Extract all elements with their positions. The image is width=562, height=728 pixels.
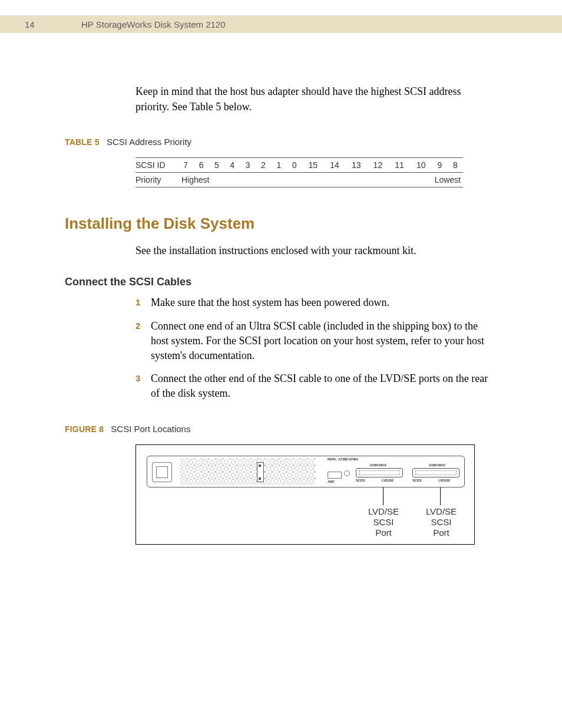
scsi-id: 0: [287, 158, 302, 173]
scsi-id: 12: [367, 158, 389, 173]
page-content: Keep in mind that the host bus adapter s…: [0, 84, 562, 545]
subsection-heading: Connect the SCSI Cables: [65, 276, 497, 288]
step-number: 2: [135, 319, 140, 332]
rear-panel-icon: REPL. A7382-67001 ABC U160 MAX U160 MAX …: [147, 456, 465, 487]
section-intro: See the installation instructions enclos…: [135, 243, 494, 258]
table-row: SCSI ID 7 6 5 4 3 2 1 0 15 14 13 12 11 1…: [135, 158, 463, 173]
list-item: 1 Make sure that the host system has bee…: [135, 295, 494, 310]
table5-caption-text: SCSI Address Priority: [107, 137, 191, 147]
scsi-id: 6: [193, 158, 209, 173]
scsi-id: 4: [224, 158, 240, 173]
callout-line-icon: [440, 487, 441, 505]
steps-list: 1 Make sure that the host system has bee…: [135, 295, 494, 401]
scsi-id-label: SCSI ID: [135, 158, 178, 173]
step-number: 1: [135, 296, 140, 308]
list-item: 3 Connect the other end of the SCSI cabl…: [135, 371, 494, 401]
u160-label: U160 MAX: [429, 463, 445, 467]
figure8-label: FIGURE 8: [65, 424, 104, 434]
table5-label: TABLE 5: [65, 137, 100, 147]
u160-label: U160 MAX: [370, 463, 386, 467]
abc-label: ABC: [328, 480, 335, 483]
abc-box-icon: [328, 472, 342, 479]
power-socket-icon: [152, 462, 172, 482]
repl-label: REPL. A7382-67001: [328, 457, 358, 461]
step-text: Connect one end of an Ultra SCSI cable (…: [151, 320, 484, 361]
page-number: 14: [25, 19, 81, 29]
priority-label: Priority: [135, 173, 178, 187]
lvdse-label: LVD/SE: [382, 479, 394, 482]
doc-title: HP StorageWorks Disk System 2120: [81, 19, 226, 29]
scsi-id: 11: [389, 158, 411, 173]
scsi-id: 5: [209, 158, 224, 173]
led-icon: [344, 470, 350, 476]
step-number: 3: [135, 372, 140, 384]
vent-grid-icon: [180, 459, 316, 485]
figure8: REPL. A7382-67001 ABC U160 MAX U160 MAX …: [135, 444, 475, 545]
page: 14 HP StorageWorks Disk System 2120 Keep…: [0, 15, 562, 728]
scsi-id: 13: [345, 158, 367, 173]
scsi-id: 1: [271, 158, 286, 173]
step-text: Connect the other end of the SCSI cable …: [151, 373, 488, 399]
scsi-port-icon: [412, 468, 459, 477]
intro-paragraph: Keep in mind that the host bus adapter s…: [135, 84, 494, 114]
scsi-id: 2: [256, 158, 271, 173]
sces-label: SCES: [356, 479, 365, 482]
scsi-id: 14: [324, 158, 346, 173]
scsi-id: 8: [448, 158, 463, 173]
callout-label: LVD/SE SCSI Port: [360, 506, 407, 538]
scsi-id: 7: [178, 158, 193, 173]
table5-caption: TABLE 5 SCSI Address Priority: [65, 137, 497, 147]
scsi-id: 9: [432, 158, 447, 173]
step-text: Make sure that the host system has been …: [151, 297, 389, 308]
callout-label: LVD/SE SCSI Port: [418, 506, 465, 538]
scsi-id: 10: [410, 158, 432, 173]
scsi-id: 15: [302, 158, 324, 173]
scsi-id: 3: [240, 158, 255, 173]
controller-area: REPL. A7382-67001 ABC U160 MAX U160 MAX …: [324, 457, 462, 486]
figure8-caption-text: SCSI Port Locations: [111, 424, 190, 434]
lvdse-label: LVD/SE: [438, 479, 450, 482]
priority-highest: Highest: [178, 173, 302, 187]
callout-line-icon: [383, 487, 384, 505]
list-item: 2 Connect one end of an Ultra SCSI cable…: [135, 319, 494, 364]
scsi-port-icon: [356, 468, 403, 477]
table-row: Priority Highest Lowest: [135, 173, 463, 187]
figure8-caption: FIGURE 8 SCSI Port Locations: [65, 424, 497, 434]
table5: SCSI ID 7 6 5 4 3 2 1 0 15 14 13 12 11 1…: [135, 157, 463, 187]
dip-switch-icon: [257, 462, 264, 482]
priority-lowest: Lowest: [302, 173, 463, 187]
section-heading: Installing the Disk System: [65, 215, 497, 233]
page-header: 14 HP StorageWorks Disk System 2120: [0, 15, 562, 33]
sces-label: SCES: [412, 479, 422, 482]
